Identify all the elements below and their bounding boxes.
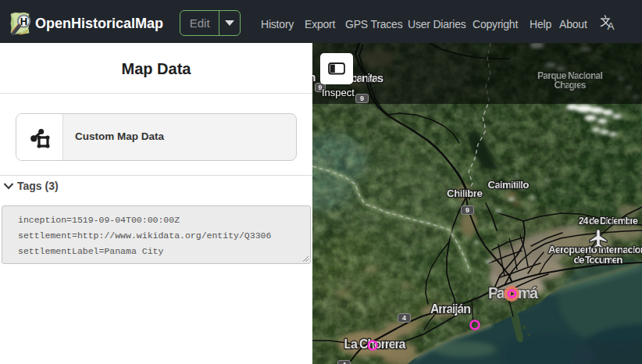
svg-text:Chilibre: Chilibre	[447, 187, 483, 199]
svg-text:de Tocumen: de Tocumen	[574, 254, 623, 266]
svg-text:Chagres: Chagres	[555, 80, 587, 91]
svg-text:banitas: banitas	[351, 71, 383, 84]
svg-text:A: A	[608, 20, 615, 32]
svg-text:ón: ón	[312, 70, 316, 84]
svg-text:24 de Diciembre: 24 de Diciembre	[579, 216, 638, 227]
svg-text:Arraiján: Arraiján	[430, 302, 471, 316]
svg-text:Caimitillo: Caimitillo	[488, 179, 530, 191]
svg-text:H: H	[20, 16, 27, 27]
